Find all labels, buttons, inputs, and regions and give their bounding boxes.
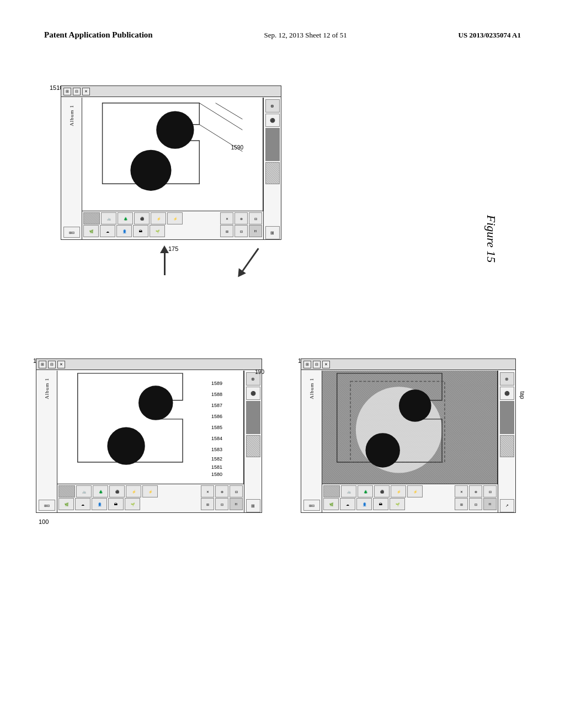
rt-1515-icon2[interactable] bbox=[500, 401, 514, 434]
tc-right3[interactable]: ⊟ bbox=[249, 212, 262, 224]
tc2[interactable]: 🚲 bbox=[101, 212, 116, 224]
tb-1505-4[interactable]: 🏔 bbox=[108, 498, 124, 510]
label-100: 100 bbox=[39, 518, 49, 525]
window-1515: ⊞ ⊟ ✕ Album 1 ⊞⊟ ⊗ ⚫ ↗ bbox=[301, 358, 516, 513]
arrow-down-shaft-r bbox=[242, 248, 259, 271]
tb-1505-1[interactable]: 🌿 bbox=[58, 498, 74, 510]
rt-1505-icon2[interactable] bbox=[246, 401, 260, 434]
rt-icon1[interactable]: ⚫ bbox=[265, 114, 280, 127]
rt-1505-icon4[interactable]: ⊞ bbox=[246, 499, 260, 512]
tb-right1[interactable]: ⊞ bbox=[220, 225, 233, 237]
tc-1515-4[interactable]: ⚫ bbox=[374, 485, 390, 497]
rt-1505-icon1[interactable]: ⚫ bbox=[246, 387, 260, 400]
tc-1515-6[interactable]: ⚡ bbox=[407, 485, 423, 497]
tb-1515-2[interactable]: ☁ bbox=[340, 498, 355, 510]
rt-icon4[interactable]: ⊞ bbox=[265, 226, 280, 239]
tc-1505-5[interactable]: ⚡ bbox=[126, 485, 141, 497]
tc-1505-4[interactable]: ⚫ bbox=[109, 485, 125, 497]
label-190: 190 bbox=[255, 369, 264, 375]
titlebar-btn-3[interactable]: ✕ bbox=[82, 88, 90, 95]
header-publication-type: Patent Application Publication bbox=[44, 30, 153, 40]
sidebar-icon-1505[interactable]: ⊞⊟ bbox=[39, 500, 55, 511]
titlebar-btn-1[interactable]: ⊞ bbox=[63, 88, 71, 95]
svg-point-2 bbox=[130, 150, 171, 191]
tc-1505-r2[interactable]: ⊗ bbox=[215, 485, 228, 497]
tb-1515-3[interactable]: 👤 bbox=[356, 498, 372, 510]
tc-1505-r3[interactable]: ⊟ bbox=[230, 485, 243, 497]
tc6[interactable]: ⚡ bbox=[167, 212, 183, 224]
tc-1515-3[interactable]: 🌲 bbox=[358, 485, 373, 497]
toolbar-row-1515-1: 🚲 🌲 ⚫ ⚡ ⚡ ✕ ⊗ ⊟ bbox=[323, 485, 497, 497]
tb-1515-r2[interactable]: ⊟ bbox=[469, 498, 482, 510]
tb-1505-r1[interactable]: ⊞ bbox=[201, 498, 214, 510]
titlebar-btn-1515-1[interactable]: ⊞ bbox=[303, 361, 311, 368]
rt-1515-icon4[interactable]: ↗ bbox=[500, 499, 514, 512]
tc-1515-r3[interactable]: ⊟ bbox=[483, 485, 497, 497]
canvas-1515[interactable] bbox=[322, 371, 498, 484]
svg-line-5 bbox=[216, 103, 243, 119]
rt-1505-icon3[interactable] bbox=[246, 435, 260, 457]
rt-close-1510[interactable]: ⊗ bbox=[265, 99, 280, 113]
tb5[interactable]: 🌱 bbox=[150, 225, 165, 237]
titlebar-btn-2[interactable]: ⊟ bbox=[73, 88, 81, 95]
titlebar-btn-1505-3[interactable]: ✕ bbox=[57, 361, 65, 368]
tc4[interactable]: ⚫ bbox=[134, 212, 150, 224]
label-1590: 1590 bbox=[231, 144, 243, 151]
titlebar-1510: ⊞ ⊟ ✕ bbox=[61, 86, 281, 97]
tb-1505-r3[interactable]: H bbox=[230, 498, 243, 510]
titlebar-btn-1505-2[interactable]: ⊟ bbox=[48, 361, 56, 368]
tb-1505-3[interactable]: 👤 bbox=[92, 498, 107, 510]
svg-point-8 bbox=[107, 427, 145, 465]
canvas-1510[interactable]: 1590 bbox=[82, 98, 263, 211]
rt-close-1515[interactable]: ⊗ bbox=[500, 372, 514, 386]
titlebar-1515: ⊞ ⊟ ✕ bbox=[301, 359, 515, 370]
tc-1515-1[interactable] bbox=[323, 485, 340, 497]
right-toolbar-1515: ⊗ ⚫ ↗ bbox=[498, 371, 515, 512]
bottom-toolbar-1515: 🚲 🌲 ⚫ ⚡ ⚡ ✕ ⊗ ⊟ 🌿 ☁ 👤 🏔 🌱 ⊞ ⊟ H bbox=[322, 484, 498, 512]
tb-1515-1[interactable]: 🌿 bbox=[323, 498, 339, 510]
canvas-1505[interactable]: 1589 1588 1587 1586 1585 1584 1583 1582 … bbox=[57, 371, 244, 484]
tb-1515-r3[interactable]: H bbox=[483, 498, 497, 510]
tb-1505-5[interactable]: 🌱 bbox=[125, 498, 140, 510]
tc-1505-2[interactable]: 🚲 bbox=[76, 485, 92, 497]
titlebar-btn-1515-3[interactable]: ✕ bbox=[322, 361, 330, 368]
tb-1505-2[interactable]: ☁ bbox=[75, 498, 90, 510]
sidebar-icon-1515[interactable]: ⊞⊟ bbox=[303, 500, 320, 511]
tb-1515-r1[interactable]: ⊞ bbox=[455, 498, 468, 510]
tb1[interactable]: 🌿 bbox=[83, 225, 99, 237]
titlebar-btn-1505-1[interactable]: ⊞ bbox=[39, 361, 46, 368]
rt-icon2[interactable] bbox=[265, 128, 280, 161]
toolbar-row-1: 🚲 🌲 ⚫ ⚡ ⚡ ✕ ⊗ ⊟ bbox=[83, 212, 262, 224]
svg-point-1 bbox=[156, 111, 194, 148]
tc-1505-3[interactable]: 🌲 bbox=[93, 485, 108, 497]
tc1[interactable] bbox=[83, 212, 100, 224]
tc5[interactable]: ⚡ bbox=[151, 212, 166, 224]
tc-1515-r1[interactable]: ✕ bbox=[455, 485, 468, 497]
album-label-1515: Album 1 bbox=[309, 378, 315, 399]
label-1581: 1581 bbox=[211, 464, 222, 470]
tb2[interactable]: ☁ bbox=[100, 225, 115, 237]
tb4[interactable]: 🏔 bbox=[133, 225, 148, 237]
tb-1515-4[interactable]: 🏔 bbox=[373, 498, 388, 510]
tb-right2[interactable]: ⊟ bbox=[234, 225, 248, 237]
tc-right2[interactable]: ⊗ bbox=[234, 212, 248, 224]
rt-1515-icon3[interactable] bbox=[500, 435, 514, 457]
album-label-1505: Album 1 bbox=[44, 378, 50, 399]
tb-1515-5[interactable]: 🌱 bbox=[390, 498, 405, 510]
tb3[interactable]: 👤 bbox=[116, 225, 132, 237]
tb-right3[interactable]: H bbox=[249, 225, 262, 237]
header-patent-number: US 2013/0235074 A1 bbox=[459, 31, 521, 40]
tc-1515-r2[interactable]: ⊗ bbox=[469, 485, 482, 497]
titlebar-btn-1515-2[interactable]: ⊟ bbox=[313, 361, 321, 368]
tc-1505-1[interactable] bbox=[58, 485, 75, 497]
tc-1515-5[interactable]: ⚡ bbox=[391, 485, 406, 497]
tc3[interactable]: 🌲 bbox=[118, 212, 133, 224]
tc-1505-r1[interactable]: ✕ bbox=[201, 485, 214, 497]
tc-right1[interactable]: ✕ bbox=[220, 212, 233, 224]
sidebar-icon-bottom[interactable]: ⊞⊟ bbox=[63, 227, 80, 238]
rt-1515-icon1[interactable]: ⚫ bbox=[500, 387, 514, 400]
tc-1515-2[interactable]: 🚲 bbox=[341, 485, 356, 497]
tb-1505-r2[interactable]: ⊟ bbox=[215, 498, 228, 510]
tc-1505-6[interactable]: ⚡ bbox=[142, 485, 158, 497]
rt-icon3[interactable] bbox=[265, 162, 280, 184]
